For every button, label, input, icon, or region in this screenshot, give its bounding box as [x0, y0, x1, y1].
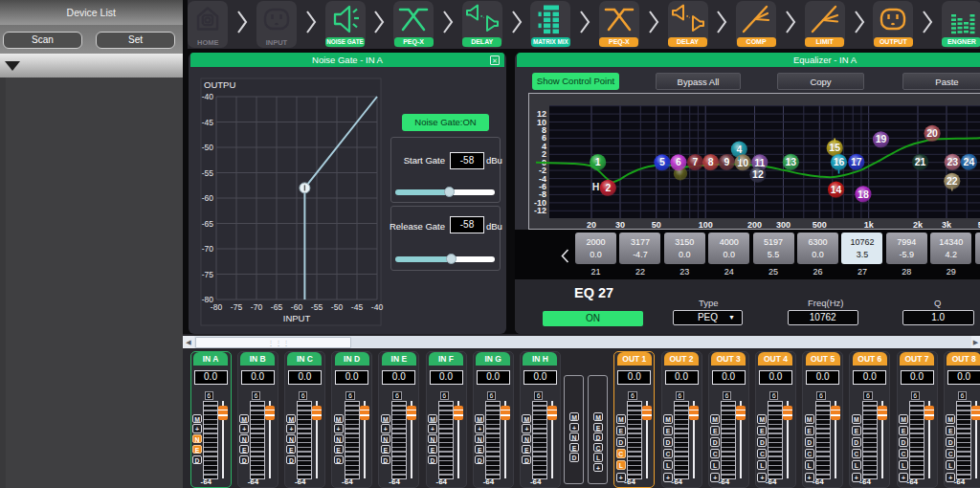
- svg-text:100: 100: [699, 220, 713, 230]
- svg-text:-50: -50: [331, 302, 344, 312]
- svg-text:13: 13: [785, 156, 796, 167]
- svg-text:15: 15: [829, 142, 840, 153]
- svg-text:-70: -70: [251, 302, 263, 312]
- svg-text:-65: -65: [202, 219, 214, 229]
- svg-text:-60: -60: [291, 302, 303, 312]
- svg-text:-40: -40: [202, 92, 214, 101]
- svg-text:19: 19: [876, 133, 887, 144]
- svg-text:200: 200: [747, 220, 762, 230]
- svg-text:16: 16: [834, 156, 845, 167]
- svg-text:8: 8: [708, 156, 714, 167]
- svg-text:4: 4: [736, 144, 742, 155]
- svg-text:22: 22: [947, 175, 958, 187]
- svg-text:-55: -55: [202, 168, 214, 178]
- svg-text:7: 7: [693, 156, 699, 167]
- svg-text:18: 18: [858, 189, 869, 200]
- svg-text:-40: -40: [371, 302, 384, 312]
- svg-text:12: 12: [752, 168, 764, 180]
- svg-text:1k: 1k: [864, 220, 875, 230]
- svg-text:-60: -60: [202, 193, 214, 203]
- svg-text:50: 50: [652, 220, 661, 230]
- svg-text:14: 14: [831, 184, 842, 195]
- svg-text:300: 300: [776, 220, 791, 230]
- svg-text:-45: -45: [202, 118, 214, 127]
- svg-text:-12: -12: [534, 206, 546, 215]
- svg-text:9: 9: [724, 156, 729, 167]
- svg-text:20: 20: [587, 220, 596, 230]
- svg-text:24: 24: [964, 156, 975, 167]
- svg-text:INPUT: INPUT: [283, 313, 311, 323]
- svg-text:-55: -55: [311, 302, 323, 312]
- svg-text:H: H: [592, 181, 600, 192]
- svg-text:6: 6: [676, 156, 681, 167]
- svg-text:500: 500: [813, 220, 827, 230]
- svg-text:-65: -65: [271, 302, 283, 312]
- svg-text:-70: -70: [202, 244, 214, 254]
- svg-text:23: 23: [947, 156, 958, 167]
- svg-text:20: 20: [926, 127, 938, 139]
- svg-text:-75: -75: [202, 270, 214, 279]
- svg-text:-45: -45: [351, 302, 364, 312]
- svg-text:5: 5: [659, 156, 665, 167]
- svg-text:21: 21: [915, 156, 926, 167]
- svg-text:-50: -50: [202, 143, 214, 152]
- svg-text:1: 1: [595, 156, 601, 167]
- svg-text:30: 30: [615, 220, 625, 230]
- svg-text:-75: -75: [231, 302, 243, 312]
- svg-text:-80: -80: [202, 295, 214, 304]
- svg-text:11: 11: [754, 157, 765, 168]
- svg-text:OUTPU: OUTPU: [204, 79, 235, 90]
- svg-text:17: 17: [851, 156, 862, 167]
- svg-text:2: 2: [605, 182, 611, 193]
- svg-text:2k: 2k: [913, 220, 924, 230]
- svg-text:3k: 3k: [942, 220, 952, 230]
